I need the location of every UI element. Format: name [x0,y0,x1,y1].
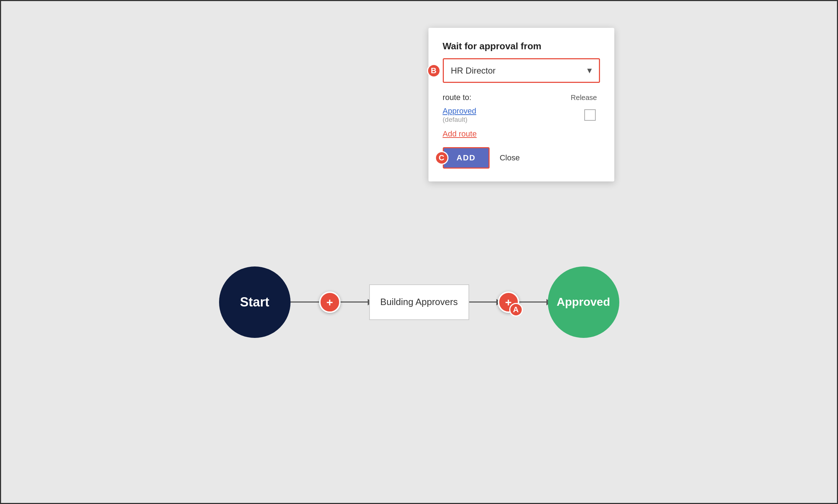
add-step-button-2[interactable]: + A [498,291,519,313]
approved-route-row: Approved (default) [443,106,600,124]
start-node: Start [219,266,291,338]
approval-dropdown[interactable]: HR Director CEO Manager Team Lead [443,58,600,83]
line-segment-1 [291,301,319,303]
line-segment-3 [469,301,498,303]
add-button-wrapper: C ADD [443,147,490,169]
add-route-link[interactable]: Add route [443,129,477,139]
route-section: route to: Release Approved (default) Add… [443,93,600,139]
approved-route-link[interactable]: Approved [443,106,476,115]
building-approvers-label: Building Approvers [380,296,458,308]
badge-c: C [435,151,448,165]
dropdown-wrapper: B HR Director CEO Manager Team Lead ▼ [443,58,600,83]
release-label: Release [571,94,597,102]
approved-node: Approved [548,266,619,338]
default-label: (default) [443,116,476,124]
popup-card: Wait for approval from B HR Director CEO… [428,28,614,181]
popup-title: Wait for approval from [443,41,600,52]
approved-label: Approved [557,295,610,309]
route-to-label: route to: [443,93,472,102]
add-step-button-1[interactable]: + [319,291,341,313]
canvas: Wait for approval from B HR Director CEO… [0,0,838,504]
close-button[interactable]: Close [500,153,520,163]
badge-a: A [509,303,523,316]
line-segment-2 [341,301,369,303]
add-button[interactable]: ADD [443,147,490,169]
badge-b: B [427,64,441,78]
release-checkbox[interactable] [584,109,596,121]
approved-route-info: Approved (default) [443,106,476,124]
line-segment-4 [519,301,548,303]
start-label: Start [240,295,269,310]
popup-footer: C ADD Close [443,147,600,169]
workflow-container: Start + Building Approvers + A Approved [219,266,619,338]
route-header: route to: Release [443,93,600,102]
building-approvers-node: Building Approvers [369,284,469,320]
